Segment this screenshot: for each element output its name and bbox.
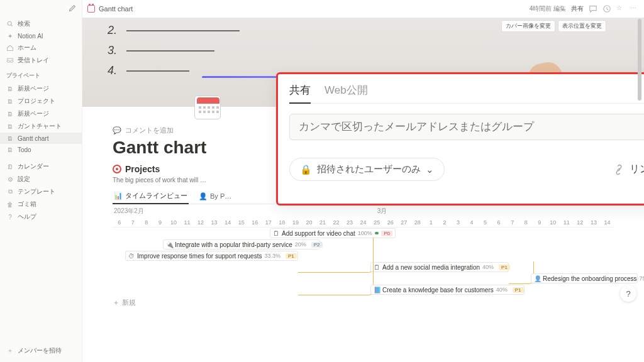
- task-title: Add a new social media integration: [382, 264, 480, 271]
- day-cell: 27: [397, 218, 411, 227]
- clock-icon[interactable]: [602, 4, 611, 13]
- page-icon: 🗎: [6, 97, 14, 105]
- page-emoji-icon[interactable]: [194, 92, 225, 122]
- sidebar-label: カレンダー: [18, 162, 49, 171]
- sidebar-ai[interactable]: ✦Notion AI: [0, 30, 82, 41]
- task-title: Integrate with a popular third-party ser…: [175, 241, 292, 248]
- task-bar[interactable]: 👤Redesign the onboarding process75%: [531, 273, 638, 283]
- target-icon: [113, 165, 121, 173]
- day-cell: 11: [560, 218, 574, 227]
- dependency-arrow: [298, 238, 374, 295]
- day-cell: 28: [411, 218, 425, 227]
- sidebar-templates[interactable]: ⧉テンプレート: [0, 185, 82, 198]
- dependency-arrow: [509, 261, 534, 284]
- gantt-body[interactable]: 🗒Add support for video chat100%P0 🔌Integ…: [113, 228, 614, 310]
- projects-database-title[interactable]: Projects: [113, 164, 160, 174]
- day-cell: 8: [519, 218, 533, 227]
- compose-icon[interactable]: [68, 4, 77, 13]
- sidebar-label: ゴミ箱: [18, 200, 36, 209]
- page-item-active[interactable]: 🗎Gantt chart: [0, 133, 82, 144]
- sidebar-calendar[interactable]: 🗓カレンダー: [0, 160, 82, 173]
- inbox-icon: [6, 57, 14, 64]
- day-cell: 6: [492, 218, 506, 227]
- share-tab-share[interactable]: 共有: [289, 83, 311, 104]
- sidebar-settings[interactable]: ⚙設定: [0, 173, 82, 185]
- more-icon[interactable]: ⋯: [630, 4, 639, 13]
- sidebar-label: 設定: [18, 175, 30, 184]
- day-cell: 2: [438, 218, 452, 227]
- sidebar-label: ヘルプ: [18, 212, 36, 221]
- gear-icon: ⚙: [6, 175, 14, 183]
- sidebar-trash[interactable]: 🗑ゴミ箱: [0, 198, 82, 211]
- scrollbar[interactable]: [638, 19, 643, 362]
- day-cell: 14: [601, 218, 614, 227]
- share-tabs: 共有 Web公開: [289, 83, 644, 104]
- day-cell: 5: [479, 218, 492, 227]
- comment-icon[interactable]: [589, 4, 597, 13]
- chevron-down-icon: ⌄: [426, 164, 434, 175]
- tab-by-person[interactable]: 👤 By P…: [197, 190, 233, 203]
- last-edited: 4時間前 編集: [530, 4, 566, 13]
- sidebar-label: Notion AI: [18, 33, 43, 40]
- help-float-button[interactable]: ?: [620, 285, 636, 302]
- page-icon: 🗎: [6, 123, 14, 130]
- day-cell: 13: [587, 218, 601, 227]
- tab-timeline[interactable]: 📊 タイムラインビュー: [113, 189, 189, 204]
- breadcrumb[interactable]: Gantt chart: [87, 5, 133, 13]
- page-icon: 🗎: [6, 85, 14, 92]
- reposition-button[interactable]: 表示位置を変更: [558, 20, 606, 32]
- page-label: 新規ページ: [18, 109, 49, 118]
- plug-icon: 🔌: [166, 241, 172, 248]
- new-label: 新規: [122, 298, 136, 307]
- page-label: Gantt chart: [18, 135, 48, 142]
- day-cell: 9: [153, 218, 167, 227]
- day-cell: 1: [425, 218, 438, 227]
- tab-label: タイムラインビュー: [125, 191, 187, 200]
- page-item[interactable]: 🗎プロジェクト: [0, 95, 82, 107]
- task-pct: 40%: [496, 287, 508, 293]
- invite-members[interactable]: ＋メンバーを招待: [0, 344, 82, 357]
- sidebar-help[interactable]: ?ヘルプ: [0, 211, 82, 223]
- task-bar[interactable]: 📘Create a knowledge base for customers40…: [370, 285, 525, 295]
- priority-tag: P1: [513, 287, 524, 293]
- share-modal: 共有 Web公開 招待 🔒 招待されたユーザーのみ ⌄ リンクをコピー: [276, 72, 644, 206]
- month-mid: 3月: [150, 207, 614, 216]
- page-item[interactable]: 🗎ガントチャート: [0, 120, 82, 133]
- new-row[interactable]: ＋新規: [113, 295, 614, 310]
- permission-label: 招待されたユーザーのみ: [317, 163, 421, 175]
- task-title: Improve response times for support reque…: [137, 253, 262, 260]
- day-cell: 19: [289, 218, 303, 227]
- priority-tag: P1: [286, 253, 297, 259]
- permission-dropdown[interactable]: 🔒 招待されたユーザーのみ ⌄: [289, 158, 445, 181]
- day-cell: 10: [167, 218, 180, 227]
- task-bar[interactable]: ⏱Improve response times for support requ…: [125, 251, 298, 261]
- day-cell: 20: [303, 218, 316, 227]
- page-item[interactable]: 🗎Todo: [0, 144, 82, 155]
- task-pct: 33.3%: [264, 253, 280, 259]
- page-icon: 🗎: [6, 134, 14, 142]
- star-icon[interactable]: ☆: [616, 4, 625, 13]
- task-bar[interactable]: 🗒Add support for video chat100%P0: [270, 228, 396, 238]
- calendar-icon: [87, 5, 95, 13]
- sidebar-inbox[interactable]: 受信トレイ: [0, 54, 82, 67]
- page-item[interactable]: 🗎新規ページ: [0, 107, 82, 120]
- task-bar[interactable]: 🔌Integrate with a popular third-party se…: [163, 239, 320, 250]
- doc-icon: 🗒: [374, 264, 380, 270]
- page-item[interactable]: 🗎新規ページ: [0, 82, 82, 95]
- share-tab-publish[interactable]: Web公開: [325, 83, 368, 103]
- home-icon: [6, 44, 14, 52]
- task-title: Add support for video chat: [282, 230, 355, 237]
- sidebar-search[interactable]: 検索: [0, 18, 82, 30]
- day-cell: 17: [262, 218, 275, 227]
- day-cell: 10: [547, 218, 560, 227]
- sidebar-home[interactable]: ホーム: [0, 41, 82, 54]
- task-bar[interactable]: 🗒Add a new social media integration40%P1: [370, 262, 509, 272]
- day-cell: 12: [194, 218, 208, 227]
- share-button-top[interactable]: 共有: [571, 4, 584, 13]
- day-cell: 15: [235, 218, 248, 227]
- invite-input[interactable]: [289, 114, 644, 140]
- day-cell: 12: [574, 218, 587, 227]
- day-cell: 24: [357, 218, 370, 227]
- change-cover-button[interactable]: カバー画像を変更: [501, 20, 555, 32]
- link-icon: [613, 164, 625, 175]
